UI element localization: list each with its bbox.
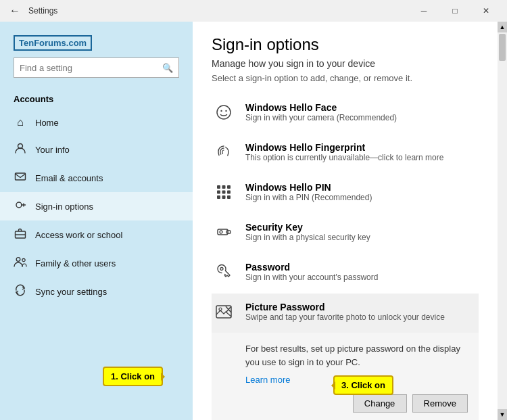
option-security-key[interactable]: Security Key Sign in with a physical sec… <box>212 214 479 254</box>
person-icon <box>14 142 27 157</box>
sidebar-item-label: Email & accounts <box>35 173 103 183</box>
security-key-icon <box>212 223 236 245</box>
home-icon: ⌂ <box>14 116 27 129</box>
svg-rect-18 <box>227 195 231 199</box>
option-title: Picture Password <box>245 302 445 312</box>
option-desc: This option is currently unavailable—cli… <box>245 153 443 162</box>
option-title: Windows Hello PIN <box>245 182 372 193</box>
sync-icon <box>14 284 27 299</box>
svg-rect-17 <box>222 195 226 199</box>
svg-rect-10 <box>217 185 220 189</box>
svg-point-5 <box>16 258 20 262</box>
sidebar-item-label: Family & other users <box>35 258 116 269</box>
sidebar-item-sign-in[interactable]: Sign-in options 1. Click on <box>0 192 193 220</box>
search-input[interactable] <box>20 63 162 73</box>
content-subtitle: Manage how you sign in to your device <box>212 58 479 69</box>
remove-button[interactable]: Remove <box>412 394 468 413</box>
sidebar-item-label: Sign-in options <box>35 202 93 212</box>
option-picture-password[interactable]: Picture Password Swipe and tap your favo… <box>212 294 479 333</box>
option-hello-face[interactable]: Windows Hello Face Sign in with your cam… <box>212 94 479 134</box>
expanded-section: For best results, set up picture passwor… <box>212 333 479 420</box>
content-area: Sign-in options Manage how you sign in t… <box>193 22 498 420</box>
scrollbar-thumb[interactable] <box>499 34 506 61</box>
minimize-button[interactable]: ─ <box>408 0 439 22</box>
close-button[interactable]: ✕ <box>470 0 502 22</box>
svg-point-6 <box>22 258 25 261</box>
picture-password-icon <box>212 303 236 325</box>
svg-rect-14 <box>222 191 226 194</box>
option-password[interactable]: Password Sign in with your account's pas… <box>212 254 479 294</box>
callout-3: 3. Click on <box>333 375 393 395</box>
content-description: Select a sign-in option to add, change, … <box>212 73 479 83</box>
svg-rect-13 <box>217 191 220 194</box>
option-title: Password <box>245 262 378 273</box>
option-desc: Sign in with a PIN (Recommended) <box>245 193 372 202</box>
option-desc: Sign in with a physical security key <box>245 233 370 242</box>
sidebar-item-your-info[interactable]: Your info <box>0 135 193 164</box>
sidebar-item-access-work[interactable]: Access work or school <box>0 220 193 249</box>
scrollbar-down-button[interactable]: ▼ <box>498 409 507 420</box>
option-desc: Sign in with your account's password <box>245 273 378 282</box>
sidebar-item-label: Home <box>35 118 59 128</box>
expanded-text: For best results, set up picture passwor… <box>245 342 468 369</box>
option-title: Windows Hello Face <box>245 102 397 113</box>
sidebar-item-home[interactable]: ⌂ Home <box>0 110 193 135</box>
email-icon <box>14 170 27 185</box>
svg-rect-16 <box>217 195 220 199</box>
svg-point-7 <box>217 106 231 119</box>
page-title: Sign-in options <box>212 35 479 54</box>
sidebar-section-title: Accounts <box>0 94 193 110</box>
app-title: Settings <box>28 6 408 16</box>
svg-point-8 <box>220 110 222 112</box>
option-title: Windows Hello Fingerprint <box>245 142 443 153</box>
scrollbar-up-button[interactable]: ▲ <box>498 22 507 32</box>
option-desc: Swipe and tap your favorite photo to unl… <box>245 312 445 322</box>
search-icon: 🔍 <box>162 63 173 73</box>
option-list: Windows Hello Face Sign in with your cam… <box>212 94 479 420</box>
sidebar-item-label: Sync your settings <box>35 287 107 297</box>
option-title: Security Key <box>245 222 370 233</box>
option-hello-fingerprint[interactable]: Windows Hello Fingerprint This option is… <box>212 134 479 174</box>
pin-icon <box>212 183 236 205</box>
svg-point-2 <box>16 202 22 208</box>
option-desc: Sign in with your camera (Recommended) <box>245 113 397 122</box>
key-icon <box>14 199 27 214</box>
svg-point-21 <box>220 231 222 233</box>
scrollbar: ▲ ▼ <box>498 22 507 420</box>
sidebar: TenForums.com 🔍 Accounts ⌂ Home <box>0 22 193 420</box>
sidebar-item-family[interactable]: Family & other users <box>0 249 193 277</box>
sidebar-item-email[interactable]: Email & accounts <box>0 164 193 192</box>
svg-rect-20 <box>226 231 231 233</box>
title-bar: ← Settings ─ □ ✕ <box>0 0 507 22</box>
maximize-button[interactable]: □ <box>439 0 470 22</box>
back-button[interactable]: ← <box>5 1 24 20</box>
option-hello-pin[interactable]: Windows Hello PIN Sign in with a PIN (Re… <box>212 174 479 214</box>
password-icon <box>212 263 236 285</box>
sidebar-item-sync[interactable]: Sync your settings 2. Click on <box>0 277 193 306</box>
fingerprint-icon <box>212 143 236 165</box>
sidebar-nav: ⌂ Home Your info <box>0 110 193 420</box>
family-icon <box>14 256 27 271</box>
svg-point-9 <box>225 110 226 112</box>
svg-rect-12 <box>227 185 231 189</box>
sidebar-item-label: Access work or school <box>35 230 122 240</box>
callout-1: 1. Click on <box>103 367 163 386</box>
change-button[interactable]: Change <box>353 394 407 413</box>
face-icon <box>212 103 236 125</box>
learn-more-link[interactable]: Learn more <box>245 375 290 385</box>
svg-rect-15 <box>227 191 231 194</box>
briefcase-icon <box>14 227 27 242</box>
watermark: TenForums.com <box>14 35 92 51</box>
svg-rect-11 <box>222 185 226 189</box>
svg-rect-1 <box>16 173 26 180</box>
svg-point-22 <box>220 268 223 271</box>
sidebar-item-label: Your info <box>35 145 70 155</box>
